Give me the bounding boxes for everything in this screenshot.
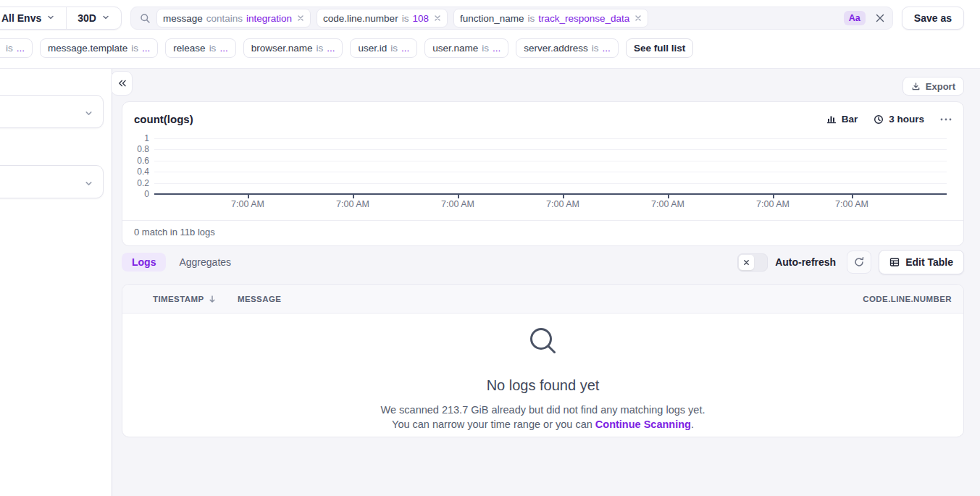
- env-selector[interactable]: All Envs: [0, 7, 66, 29]
- table-header-row: TIMESTAMP MESSAGE CODE.LINE.NUMBER: [122, 285, 963, 314]
- sidebar-select-bottom[interactable]: [0, 165, 104, 198]
- gridline: [154, 161, 947, 161]
- bar-chart-icon: [826, 114, 837, 124]
- table-icon: [889, 257, 900, 267]
- time-range-selector[interactable]: 30D: [66, 7, 121, 29]
- x-axis-tick: [852, 195, 853, 198]
- x-axis-tick: [248, 195, 249, 198]
- edit-table-button[interactable]: Edit Table: [879, 250, 964, 274]
- chip-field: user.name: [432, 43, 478, 54]
- continue-scanning-link[interactable]: Continue Scanning: [595, 419, 691, 430]
- x-axis-tick-label: 7:00 AM: [747, 199, 799, 209]
- chip-field: server.address: [524, 43, 588, 54]
- column-label: TIMESTAMP: [153, 295, 204, 303]
- chart-title: count(logs): [134, 113, 193, 125]
- chip-operator: is: [209, 43, 217, 54]
- quick-filter-row: is ... message.template is ... release i…: [0, 38, 964, 58]
- edit-table-label: Edit Table: [905, 256, 953, 268]
- chart-footer-divider: [122, 220, 963, 221]
- gridline: [154, 172, 947, 172]
- x-axis-tick: [353, 195, 354, 198]
- chip-field: code.line.number: [323, 13, 398, 24]
- gridline: [154, 183, 947, 184]
- x-axis-tick-label: 7:00 AM: [222, 199, 274, 209]
- quick-filter-chip[interactable]: release is ...: [165, 38, 235, 58]
- column-header-timestamp[interactable]: TIMESTAMP: [153, 285, 217, 314]
- chip-operator: is: [592, 43, 599, 54]
- chip-operator: is: [482, 43, 489, 54]
- clock-icon: [874, 114, 884, 125]
- quick-filter-chip[interactable]: user.id is ...: [350, 38, 417, 58]
- chip-field: message.template: [48, 43, 127, 54]
- sidebar-select-top[interactable]: [0, 95, 104, 128]
- auto-refresh-toggle[interactable]: [737, 253, 768, 272]
- y-axis-tick-label: 0.4: [125, 167, 149, 177]
- save-as-button[interactable]: Save as: [902, 7, 964, 30]
- chip-value: integration: [246, 13, 292, 24]
- env-selector-label: All Envs: [1, 12, 41, 24]
- export-label: Export: [926, 81, 955, 92]
- remove-chip-icon[interactable]: [635, 14, 642, 22]
- search-chip[interactable]: function_name is track_response_data: [453, 9, 648, 28]
- column-label: CODE.LINE.NUMBER: [863, 295, 952, 303]
- chip-operator: is: [6, 43, 13, 54]
- empty-state-line2-suffix: .: [691, 419, 694, 430]
- chart-menu-button[interactable]: [940, 118, 952, 121]
- quick-filter-chip[interactable]: user.name is ...: [424, 38, 508, 58]
- quick-filter-chip[interactable]: message.template is ...: [40, 38, 158, 58]
- toggle-thumb: [739, 255, 754, 270]
- column-header-code-line-number[interactable]: CODE.LINE.NUMBER: [863, 285, 952, 314]
- chip-operator: is: [316, 43, 323, 54]
- chart-type-selector[interactable]: Bar: [826, 114, 858, 125]
- chip-value: ...: [142, 43, 150, 54]
- gridline: [154, 149, 947, 150]
- quick-filter-chip[interactable]: browser.name is ...: [243, 38, 343, 58]
- x-axis-tick-label: 7:00 AM: [642, 199, 694, 209]
- chip-operator: is: [131, 43, 138, 54]
- app-window: All Envs 30D message: [0, 0, 980, 496]
- refresh-icon: [853, 256, 865, 268]
- results-toolbar: Logs Aggregates Auto-refresh: [122, 250, 964, 274]
- quick-filter-chip[interactable]: is ...: [0, 38, 33, 58]
- search-chip[interactable]: message contains integration: [156, 9, 311, 28]
- download-icon: [911, 82, 921, 91]
- y-axis-tick-label: 1: [125, 133, 149, 143]
- auto-refresh-label: Auto-refresh: [775, 256, 836, 268]
- filter-row: All Envs 30D message: [0, 7, 964, 30]
- chart-controls: Bar 3 hours: [826, 114, 952, 125]
- column-header-message[interactable]: MESSAGE: [238, 285, 281, 314]
- chevron-down-icon: [84, 108, 93, 121]
- chart-type-label: Bar: [842, 114, 858, 125]
- quick-filter-chip[interactable]: server.address is ...: [516, 38, 619, 58]
- remove-chip-icon[interactable]: [434, 14, 441, 22]
- x-axis-tick-label: 7:00 AM: [826, 199, 878, 209]
- search-input[interactable]: message contains integration code.line.n…: [130, 7, 893, 30]
- toggle-off-icon: [743, 259, 750, 266]
- left-sidebar: [0, 69, 112, 496]
- ellipsis-icon: [940, 118, 952, 121]
- tab-logs[interactable]: Logs: [122, 253, 166, 272]
- x-axis-tick-label: 7:00 AM: [432, 199, 484, 209]
- clear-search-icon[interactable]: [875, 13, 885, 23]
- chip-value: track_response_data: [538, 13, 629, 24]
- search-chip[interactable]: code.line.number is 108: [317, 9, 448, 28]
- x-axis-tick: [668, 195, 669, 198]
- chip-field: message: [163, 13, 203, 24]
- chip-value: 108: [412, 13, 429, 24]
- case-sensitivity-toggle[interactable]: Aa: [844, 11, 866, 25]
- collapse-sidebar-button[interactable]: [111, 71, 133, 96]
- chip-value: ...: [327, 43, 335, 54]
- magnifier-icon: [527, 325, 559, 357]
- scope-selectors: All Envs 30D: [0, 7, 122, 30]
- chip-operator: is: [390, 43, 398, 54]
- see-full-list-button[interactable]: See full list: [626, 38, 693, 58]
- remove-chip-icon[interactable]: [297, 14, 304, 22]
- chip-operator: is: [527, 13, 535, 24]
- chart-range-selector[interactable]: 3 hours: [874, 114, 924, 125]
- export-button[interactable]: Export: [902, 77, 964, 96]
- match-count-text: 0 match in 11b logs: [134, 227, 215, 238]
- table-controls: Auto-refresh Edit Table: [737, 250, 964, 274]
- tab-aggregates[interactable]: Aggregates: [179, 256, 231, 268]
- refresh-button[interactable]: [847, 251, 871, 274]
- y-axis-tick-label: 0.2: [125, 178, 149, 188]
